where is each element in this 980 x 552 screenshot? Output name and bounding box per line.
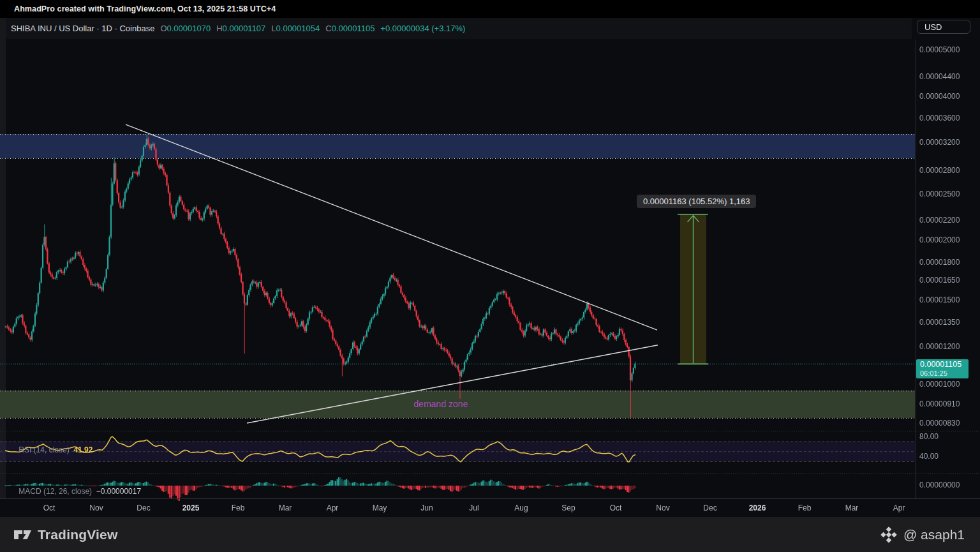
- price-axis-tick: 0.00000910: [919, 399, 960, 408]
- diamonds-icon: [880, 526, 903, 543]
- time-axis-label: Oct: [610, 504, 622, 512]
- macd-value: −0.00000017: [96, 487, 141, 496]
- close-label: C: [325, 24, 331, 33]
- time-axis-label: Jun: [420, 504, 433, 512]
- last-price-label: 0.00001105 06:01:25: [916, 359, 969, 378]
- time-axis-label: Nov: [89, 504, 103, 512]
- low-label: L: [271, 24, 276, 33]
- price-axis-tick: 0.00004400: [919, 72, 960, 81]
- close-value: 0.00001105: [332, 24, 375, 33]
- tradingview-brand[interactable]: TradingView: [13, 526, 118, 543]
- price-axis-tick: 0.00001000: [919, 380, 960, 389]
- time-axis-label: 2026: [749, 504, 766, 512]
- rsi-value: 41.92: [73, 445, 93, 454]
- attribution-bar: AhmadPro created with TradingView.com, O…: [0, 0, 980, 18]
- price-axis-tick: 0.00004000: [919, 92, 960, 101]
- time-axis-label: Feb: [798, 504, 812, 512]
- rsi-axis-tick: 40.00: [919, 452, 939, 461]
- tradingview-logo-icon: [13, 526, 32, 543]
- macd-label: MACD (12, 26, close): [19, 487, 92, 496]
- macd-axis-tick: 0.00000000: [919, 481, 960, 489]
- time-axis-label: Nov: [656, 504, 669, 512]
- high-label: H: [216, 24, 222, 33]
- price-axis-tick: 0.00002200: [919, 216, 960, 225]
- chart-canvas[interactable]: [0, 0, 980, 517]
- symbol-title[interactable]: SHIBA INU / US Dollar · 1D · Coinbase: [11, 24, 154, 33]
- price-axis-tick: 0.00002000: [919, 235, 960, 244]
- open-value: 0.00001070: [167, 24, 211, 33]
- daily-change: +0.00000034 (+3.17%): [380, 24, 465, 33]
- price-axis-tick: 0.00001650: [919, 276, 960, 285]
- time-axis-label: Mar: [845, 504, 859, 512]
- time-axis[interactable]: OctNovDec2025FebMarAprMayJunJulAugSepOct…: [0, 499, 980, 516]
- brand-name: TradingView: [38, 527, 118, 542]
- rsi-label: RSI (14, close): [19, 445, 69, 454]
- rsi-legend[interactable]: RSI (14, close) 41.92: [10, 436, 93, 463]
- high-value: 0.00001107: [223, 24, 266, 33]
- time-axis-label: Oct: [43, 504, 56, 512]
- attribution-text: AhmadPro created with TradingView.com, O…: [14, 4, 276, 13]
- time-axis-label: Feb: [232, 504, 245, 512]
- author-handle[interactable]: @ asaph1: [880, 526, 965, 543]
- time-axis-label: Dec: [703, 504, 716, 512]
- price-axis-tick: 0.00005000: [919, 45, 960, 54]
- time-axis-label: Jul: [469, 504, 479, 512]
- macd-legend[interactable]: MACD (12, 26, close) −0.00000017: [10, 478, 141, 505]
- price-axis-tick: 0.00001800: [919, 258, 960, 267]
- time-axis-label: Sep: [561, 504, 575, 512]
- open-label: O: [160, 24, 167, 33]
- currency-toggle-button[interactable]: USD: [917, 20, 970, 34]
- low-value: 0.00001054: [276, 24, 320, 33]
- demand-zone-label[interactable]: demand zone: [414, 399, 468, 409]
- price-axis-tick: 0.00001500: [919, 295, 960, 304]
- price-range-measure-label[interactable]: 0.00001163 (105.52%) 1,163: [637, 195, 756, 208]
- time-axis-label: May: [373, 504, 387, 512]
- price-axis-tick: 0.00000830: [919, 419, 960, 428]
- price-axis-tick: 0.00002500: [919, 190, 960, 198]
- time-axis-label: 2025: [182, 504, 200, 512]
- symbol-toolbar: SHIBA INU / US Dollar · 1D · Coinbase O0…: [6, 18, 912, 39]
- price-axis-tick: 0.00001350: [919, 318, 960, 327]
- price-axis-tick: 0.00001200: [919, 342, 960, 351]
- rsi-axis-tick: 80.00: [919, 432, 939, 441]
- footer-bar: TradingView @ asaph1: [0, 517, 980, 552]
- time-axis-label: Apr: [893, 504, 905, 512]
- tradingview-chart-window: AhmadPro created with TradingView.com, O…: [0, 0, 980, 552]
- price-axis-tick: 0.00003600: [919, 114, 960, 123]
- price-axis-tick: 0.00003200: [919, 138, 960, 147]
- last-price-value: 0.00001105: [920, 361, 969, 369]
- author-handle-text: @ asaph1: [903, 527, 965, 542]
- time-axis-label: Dec: [137, 504, 150, 512]
- time-axis-label: Aug: [514, 504, 528, 512]
- time-axis-label: Mar: [279, 504, 292, 512]
- time-axis-label: Apr: [327, 504, 339, 512]
- bar-countdown: 06:01:25: [920, 369, 969, 377]
- price-axis-tick: 0.00002800: [919, 166, 960, 175]
